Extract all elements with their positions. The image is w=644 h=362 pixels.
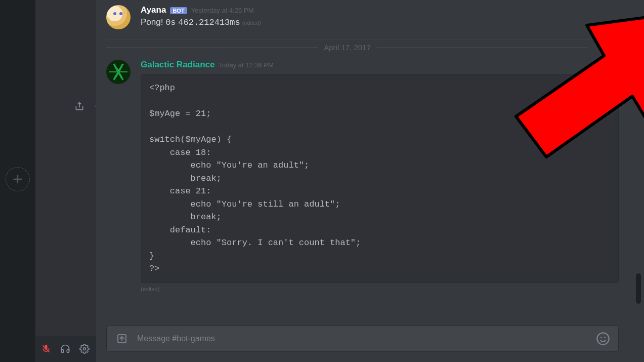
- avatar[interactable]: [106, 60, 131, 84]
- svg-point-4: [597, 333, 609, 344]
- share-icon[interactable]: [72, 99, 87, 114]
- channel-sidebar: [35, 0, 96, 362]
- username[interactable]: Galactic Radiance: [141, 60, 214, 70]
- user-controls: [35, 336, 96, 362]
- message-input-container: [106, 326, 619, 352]
- svg-point-2: [83, 348, 86, 350]
- add-server-button[interactable]: +: [6, 167, 30, 191]
- message: Galactic Radiance Today at 12:36 PM <?ph…: [106, 55, 619, 302]
- timestamp: Yesterday at 4:26 PM: [191, 7, 254, 14]
- headphones-icon[interactable]: [58, 341, 73, 356]
- avatar[interactable]: [106, 5, 131, 29]
- date-divider: April 17, 2017: [106, 43, 588, 52]
- upload-icon[interactable]: [115, 332, 129, 346]
- svg-point-6: [604, 337, 606, 338]
- chat-main: Ayana BOT Yesterday at 4:26 PM Pong! 0s …: [96, 0, 644, 362]
- timestamp: Today at 12:36 PM: [219, 61, 273, 69]
- scrollbar-thumb[interactable]: [636, 273, 641, 304]
- server-list: +: [0, 0, 35, 362]
- user-settings-gear-icon[interactable]: [77, 341, 92, 356]
- username[interactable]: Ayana: [141, 5, 166, 15]
- message-content: Pong! 0s 462.212413ms(edited): [141, 17, 619, 27]
- mute-mic-icon[interactable]: [38, 341, 54, 356]
- edited-label: (edited): [141, 286, 619, 292]
- bot-tag: BOT: [170, 7, 187, 14]
- message-input[interactable]: [137, 334, 588, 343]
- emoji-picker-icon[interactable]: [596, 332, 610, 346]
- code-block: <?php $myAge = 21; switch($myAge) { case…: [141, 74, 619, 283]
- message: Ayana BOT Yesterday at 4:26 PM Pong! 0s …: [106, 0, 619, 40]
- svg-point-5: [600, 337, 602, 338]
